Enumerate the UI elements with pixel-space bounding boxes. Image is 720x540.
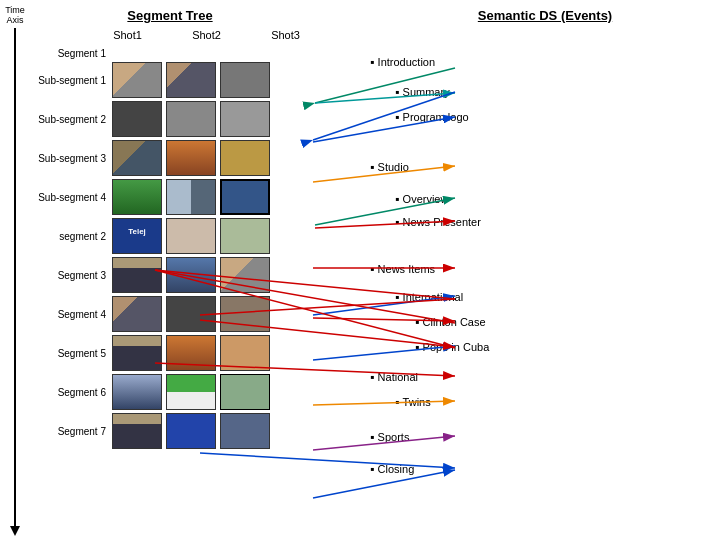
segment-2-row: segment 2 Telej bbox=[32, 218, 340, 254]
main-container: Time Axis Segment Tree Shot1 Shot2 Shot3… bbox=[0, 0, 720, 540]
segment-5-row: Segment 5 bbox=[32, 335, 340, 371]
event-overview: Overview bbox=[395, 192, 448, 206]
segment-4-label: Segment 4 bbox=[32, 309, 112, 320]
event-international: International bbox=[395, 290, 463, 304]
thumb-s4-shot1 bbox=[112, 179, 162, 215]
shot-header-2: Shot2 bbox=[179, 29, 234, 41]
thumb-s1-shot3 bbox=[220, 62, 270, 98]
shot-header-3: Shot3 bbox=[258, 29, 313, 41]
thumb-seg6-shot2 bbox=[166, 374, 216, 410]
sub-segment-2-label: Sub-segment 2 bbox=[32, 114, 112, 125]
sub-segment-4-label: Sub-segment 4 bbox=[32, 192, 112, 203]
event-pope-in-cuba: Pope in Cuba bbox=[415, 340, 489, 354]
thumb-s4-shot2 bbox=[166, 179, 216, 215]
thumb-seg6-shot1 bbox=[112, 374, 162, 410]
segment-4-row: Segment 4 bbox=[32, 296, 340, 332]
segment-1-label: Segment 1 bbox=[32, 48, 112, 59]
semantic-ds-title: Semantic DS (Events) bbox=[350, 8, 720, 23]
thumb-seg2-shot3 bbox=[220, 218, 270, 254]
shot-headers: Shot1 Shot2 Shot3 bbox=[100, 29, 340, 41]
semantic-ds-panel: Semantic DS (Events) Introduction Summar… bbox=[340, 0, 720, 540]
thumb-seg6-shot3 bbox=[220, 374, 270, 410]
thumb-s2-shot2 bbox=[166, 101, 216, 137]
thumb-s4-shot3 bbox=[220, 179, 270, 215]
event-introduction: Introduction bbox=[370, 55, 435, 69]
thumb-seg2-shot2 bbox=[166, 218, 216, 254]
thumb-seg3-shot3 bbox=[220, 257, 270, 293]
thumb-seg4-shot3 bbox=[220, 296, 270, 332]
thumb-seg4-shot1 bbox=[112, 296, 162, 332]
segment-3-row: Segment 3 bbox=[32, 257, 340, 293]
sub-segment-1-label: Sub-segment 1 bbox=[32, 75, 112, 86]
thumb-s3-shot2 bbox=[166, 140, 216, 176]
event-news-presenter: News Presenter bbox=[395, 215, 481, 229]
event-clinton-case: Clinton Case bbox=[415, 315, 486, 329]
thumb-seg7-shot2 bbox=[166, 413, 216, 449]
thumb-s2-shot3 bbox=[220, 101, 270, 137]
thumb-seg2-shot1: Telej bbox=[112, 218, 162, 254]
event-twins: Twins bbox=[395, 395, 431, 409]
shot-header-1: Shot1 bbox=[100, 29, 155, 41]
thumb-seg4-shot2 bbox=[166, 296, 216, 332]
segment-tree-title: Segment Tree bbox=[0, 8, 340, 23]
sub-segment-4-row: Sub-segment 4 bbox=[32, 179, 340, 215]
segments-area: Segment 1 Sub-segment 1 Sub-segment 2 Su… bbox=[32, 45, 340, 449]
event-news-items: News Items bbox=[370, 262, 435, 276]
sub-segment-2-row: Sub-segment 2 bbox=[32, 101, 340, 137]
segment-5-label: Segment 5 bbox=[32, 348, 112, 359]
thumb-seg7-shot3 bbox=[220, 413, 270, 449]
segment-7-label: Segment 7 bbox=[32, 426, 112, 437]
segment-6-label: Segment 6 bbox=[32, 387, 112, 398]
sub-segment-3-label: Sub-segment 3 bbox=[32, 153, 112, 164]
event-program-logo: Program logo bbox=[395, 110, 469, 124]
thumb-s3-shot3 bbox=[220, 140, 270, 176]
segment-6-row: Segment 6 bbox=[32, 374, 340, 410]
segment-3-label: Segment 3 bbox=[32, 270, 112, 281]
sub-segment-1-row: Sub-segment 1 bbox=[32, 62, 340, 98]
event-summary: Summary bbox=[395, 85, 450, 99]
thumb-s3-shot1 bbox=[112, 140, 162, 176]
thumb-seg5-shot3 bbox=[220, 335, 270, 371]
thumb-s1-shot2 bbox=[166, 62, 216, 98]
thumb-seg5-shot1 bbox=[112, 335, 162, 371]
thumb-seg3-shot2 bbox=[166, 257, 216, 293]
segment-row-1: Segment 1 bbox=[32, 45, 340, 61]
event-closing: Closing bbox=[370, 462, 414, 476]
sub-segment-3-row: Sub-segment 3 bbox=[32, 140, 340, 176]
event-sports: Sports bbox=[370, 430, 409, 444]
event-studio: Studio bbox=[370, 160, 409, 174]
thumb-seg3-shot1 bbox=[112, 257, 162, 293]
segment-2-label: segment 2 bbox=[32, 231, 112, 242]
segment-7-row: Segment 7 bbox=[32, 413, 340, 449]
thumb-s1-shot1 bbox=[112, 62, 162, 98]
thumb-s2-shot1 bbox=[112, 101, 162, 137]
event-national: National bbox=[370, 370, 418, 384]
thumb-seg7-shot1 bbox=[112, 413, 162, 449]
thumb-seg5-shot2 bbox=[166, 335, 216, 371]
segment-tree-panel: Segment Tree Shot1 Shot2 Shot3 Segment 1… bbox=[0, 0, 340, 540]
